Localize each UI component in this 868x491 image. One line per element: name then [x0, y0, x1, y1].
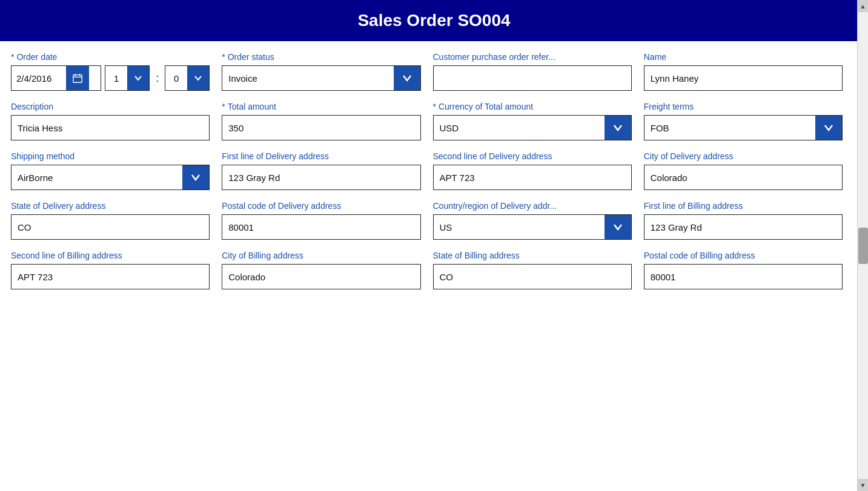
delivery-state-input[interactable]	[11, 214, 210, 240]
required-star-4: *	[433, 102, 436, 111]
form-row-4: State of Delivery address Postal code of…	[11, 201, 843, 240]
name-col: Name	[644, 52, 843, 91]
form-area: *Order date	[0, 41, 857, 306]
chevron-down-icon-6	[190, 172, 201, 183]
shipping-method-col: Shipping method	[11, 151, 222, 190]
chevron-down-icon-7	[612, 222, 623, 232]
delivery-addr1-input[interactable]	[222, 165, 420, 190]
minute-dropdown-btn[interactable]	[187, 66, 209, 90]
billing-city-col: City of Billing address	[222, 251, 432, 289]
delivery-addr1-label: First line of Delivery address	[222, 151, 420, 161]
freight-terms-dropdown-btn[interactable]	[815, 116, 842, 140]
order-status-input[interactable]	[222, 66, 393, 90]
customer-po-col: Customer purchase order refer...	[433, 52, 644, 91]
delivery-postal-col: Postal code of Delivery address	[222, 201, 432, 240]
hour-input[interactable]	[105, 66, 127, 90]
order-date-row: :	[11, 65, 210, 91]
currency-label: *Currency of Total amount	[433, 102, 632, 111]
required-star-1: *	[11, 52, 14, 62]
billing-city-input[interactable]	[222, 264, 420, 289]
calendar-button[interactable]	[66, 66, 89, 90]
chevron-down-icon-4	[612, 122, 623, 133]
billing-postal-input[interactable]	[644, 264, 843, 289]
freight-terms-select-wrap	[644, 115, 843, 140]
delivery-postal-input[interactable]	[222, 214, 420, 240]
order-date-label: *Order date	[11, 52, 210, 62]
delivery-city-label: City of Delivery address	[644, 151, 843, 161]
form-row-1: *Order date	[11, 52, 843, 91]
billing-addr1-col: First line of Billing address	[644, 201, 843, 240]
freight-terms-label: Freight terms	[644, 102, 843, 111]
customer-po-label: Customer purchase order refer...	[433, 52, 632, 62]
form-row-2: Description *Total amount *Currency of T…	[11, 102, 843, 140]
page-title: Sales Order SO004	[357, 11, 510, 30]
description-input[interactable]	[11, 115, 210, 140]
scroll-thumb[interactable]	[858, 228, 868, 264]
billing-postal-col: Postal code of Billing address	[644, 251, 843, 289]
total-amount-label: *Total amount	[222, 102, 420, 111]
time-colon: :	[153, 65, 161, 91]
delivery-state-col: State of Delivery address	[11, 201, 222, 240]
shipping-method-dropdown-btn[interactable]	[182, 165, 209, 189]
delivery-state-label: State of Delivery address	[11, 201, 210, 211]
total-amount-col: *Total amount	[222, 102, 432, 140]
order-status-col: *Order status	[222, 52, 432, 91]
delivery-city-col: City of Delivery address	[644, 151, 843, 190]
billing-addr2-input[interactable]	[11, 264, 210, 289]
currency-select-wrap	[433, 115, 632, 140]
form-row-5: Second line of Billing address City of B…	[11, 251, 843, 289]
shipping-method-input[interactable]	[12, 165, 182, 189]
delivery-country-select-wrap	[433, 214, 632, 240]
required-star-2: *	[222, 52, 225, 62]
page-header: Sales Order SO004	[0, 0, 868, 41]
customer-po-input[interactable]	[433, 65, 632, 91]
freight-terms-input[interactable]	[644, 116, 815, 140]
currency-dropdown-btn[interactable]	[605, 116, 631, 140]
minute-select-wrap	[165, 65, 210, 91]
delivery-country-label: Country/region of Delivery addr...	[433, 201, 632, 211]
delivery-city-input[interactable]	[644, 165, 843, 190]
order-status-dropdown-btn[interactable]	[394, 66, 420, 90]
currency-col: *Currency of Total amount	[433, 102, 644, 140]
svg-rect-0	[73, 75, 82, 83]
delivery-postal-label: Postal code of Delivery address	[222, 201, 420, 211]
delivery-addr2-col: Second line of Delivery address	[433, 151, 644, 190]
delivery-addr1-col: First line of Delivery address	[222, 151, 432, 190]
order-date-col: *Order date	[11, 52, 222, 91]
scroll-up-arrow[interactable]: ▲	[858, 0, 869, 12]
billing-addr1-input[interactable]	[644, 214, 843, 240]
hour-select-wrap	[105, 65, 150, 91]
delivery-country-col: Country/region of Delivery addr...	[433, 201, 644, 240]
form-row-3: Shipping method First line of Delivery a…	[11, 151, 843, 190]
delivery-addr2-input[interactable]	[433, 165, 632, 190]
billing-state-label: State of Billing address	[433, 251, 632, 260]
billing-state-input[interactable]	[433, 264, 632, 289]
description-col: Description	[11, 102, 222, 140]
hour-dropdown-btn[interactable]	[127, 66, 149, 90]
shipping-method-select-wrap	[11, 165, 210, 190]
name-label: Name	[644, 52, 843, 62]
currency-input[interactable]	[434, 116, 605, 140]
billing-addr2-label: Second line of Billing address	[11, 251, 210, 260]
freight-terms-col: Freight terms	[644, 102, 843, 140]
chevron-down-icon	[134, 74, 142, 82]
total-amount-input[interactable]	[222, 115, 420, 140]
scroll-down-arrow[interactable]: ▼	[858, 479, 869, 491]
shipping-method-label: Shipping method	[11, 151, 210, 161]
order-date-input-wrap	[11, 65, 101, 91]
billing-postal-label: Postal code of Billing address	[644, 251, 843, 260]
minute-input[interactable]	[165, 66, 187, 90]
billing-state-col: State of Billing address	[433, 251, 644, 289]
chevron-down-icon-2	[194, 74, 202, 82]
delivery-country-input[interactable]	[434, 215, 605, 239]
description-label: Description	[11, 102, 210, 111]
billing-city-label: City of Billing address	[222, 251, 420, 260]
required-star-3: *	[222, 102, 225, 111]
order-date-input[interactable]	[12, 66, 66, 90]
scrollbar[interactable]: ▲ ▼	[857, 0, 868, 491]
order-status-select-wrap	[222, 65, 420, 91]
chevron-down-icon-5	[823, 122, 834, 133]
billing-addr1-label: First line of Billing address	[644, 201, 843, 211]
delivery-country-dropdown-btn[interactable]	[605, 215, 631, 239]
name-input[interactable]	[644, 65, 843, 91]
